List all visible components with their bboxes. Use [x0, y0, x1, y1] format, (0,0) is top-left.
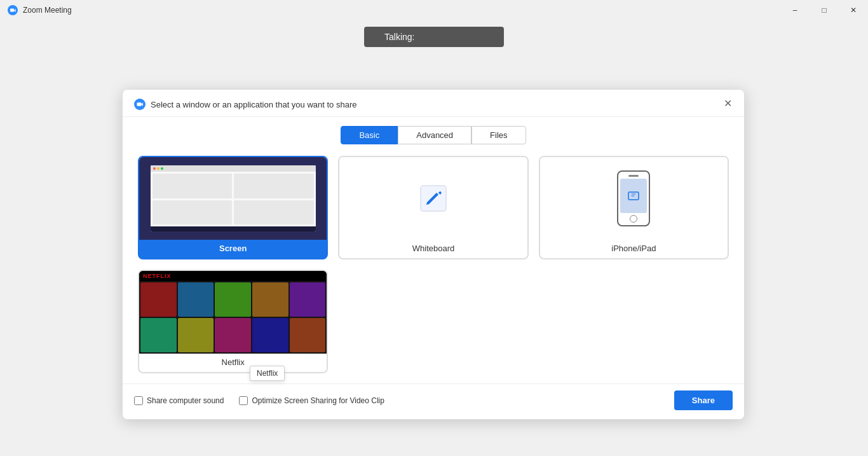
tab-advanced[interactable]: Advanced: [398, 126, 471, 144]
netflix-thumb-9: [252, 318, 288, 352]
netflix-thumb-6: [140, 318, 177, 352]
netflix-topbar: NETFLIX: [139, 271, 327, 281]
share-button[interactable]: Share: [674, 390, 733, 410]
dot-red: [153, 167, 156, 170]
iphone-label: iPhone/iPad: [611, 240, 656, 258]
screen-preview-bg: [139, 157, 327, 240]
screen-preview: [139, 157, 327, 240]
share-item-iphone[interactable]: iPhone/iPad: [539, 156, 729, 259]
netflix-tooltip: Netflix: [250, 366, 285, 381]
tooltip-text: Netflix: [257, 369, 278, 378]
whiteboard-pen-icon: [417, 182, 450, 215]
share-sound-checkbox-group[interactable]: Share computer sound: [134, 396, 224, 405]
window-close-button[interactable]: ✕: [839, 0, 868, 20]
screen-content: [151, 172, 316, 226]
netflix-thumb-3: [215, 282, 251, 317]
netflix-thumbnails: [139, 281, 327, 354]
netflix-thumb-4: [252, 282, 288, 317]
share-item-screen[interactable]: Screen: [138, 156, 328, 259]
share-sound-checkbox[interactable]: [134, 396, 143, 405]
dialog-title: Select a window or an application that y…: [151, 100, 356, 109]
netflix-thumb-5: [290, 282, 326, 317]
whiteboard-label: Whiteboard: [412, 240, 454, 258]
netflix-label: Netflix: [222, 354, 245, 372]
iphone-speaker: [628, 175, 639, 177]
dot-green: [161, 167, 163, 170]
netflix-thumb-2: [178, 282, 214, 317]
netflix-thumb-8: [215, 318, 251, 352]
share-tabs: Basic Advanced Files: [123, 117, 744, 149]
content-block-2: [234, 174, 313, 198]
share-item-netflix[interactable]: NETFLIX Netflix: [138, 270, 328, 373]
screen-preview-inner: [151, 165, 316, 231]
dialog-header: Select a window or an application that y…: [123, 90, 744, 117]
content-block-4: [234, 200, 313, 225]
content-block-3: [153, 200, 232, 225]
iphone-screen-icon: [628, 191, 639, 200]
iphone-shape: [617, 170, 650, 226]
whiteboard-preview: [339, 157, 527, 240]
zoom-dialog-icon: [134, 99, 146, 110]
netflix-thumb-1: [140, 282, 177, 317]
dialog-close-button[interactable]: ✕: [720, 95, 735, 111]
talking-indicator: Talking:: [364, 27, 504, 47]
talking-label: Talking:: [384, 32, 414, 42]
share-item-whiteboard[interactable]: Whiteboard: [338, 156, 528, 259]
optimize-video-label: Optimize Screen Sharing for Video Clip: [252, 396, 384, 405]
window-controls: – □ ✕: [780, 0, 868, 20]
title-bar: Zoom Meeting – □ ✕: [0, 0, 868, 20]
netflix-preview-bg: NETFLIX: [139, 271, 327, 354]
optimize-video-checkbox-group[interactable]: Optimize Screen Sharing for Video Clip: [239, 396, 384, 405]
screen-topbar: [151, 165, 316, 172]
netflix-thumb-10: [290, 318, 326, 352]
iphone-preview: [540, 157, 728, 240]
share-sound-label: Share computer sound: [147, 396, 224, 405]
netflix-logo: NETFLIX: [143, 273, 172, 279]
tab-files[interactable]: Files: [471, 126, 526, 144]
screen-label: Screen: [219, 240, 247, 258]
netflix-preview: NETFLIX: [139, 271, 327, 354]
share-dialog: Select a window or an application that y…: [122, 89, 745, 420]
iphone-preview-bg: [540, 157, 728, 240]
maximize-button[interactable]: □: [810, 0, 839, 20]
content-block-1: [153, 174, 232, 198]
netflix-thumb-7: [178, 318, 214, 352]
share-items-grid: Screen Whiteboard: [123, 149, 744, 383]
whiteboard-preview-bg: [339, 157, 527, 240]
optimize-video-checkbox[interactable]: [239, 396, 248, 405]
dialog-footer: Share computer sound Optimize Screen Sha…: [123, 383, 744, 419]
iphone-home-btn: [630, 215, 637, 223]
minimize-button[interactable]: –: [780, 0, 810, 20]
screen-taskbar: [151, 226, 316, 231]
iphone-screen: [620, 179, 647, 213]
tab-basic[interactable]: Basic: [341, 126, 398, 144]
app-title: Zoom Meeting: [23, 6, 72, 15]
zoom-app-icon: [8, 5, 18, 15]
dot-yellow: [157, 167, 159, 170]
